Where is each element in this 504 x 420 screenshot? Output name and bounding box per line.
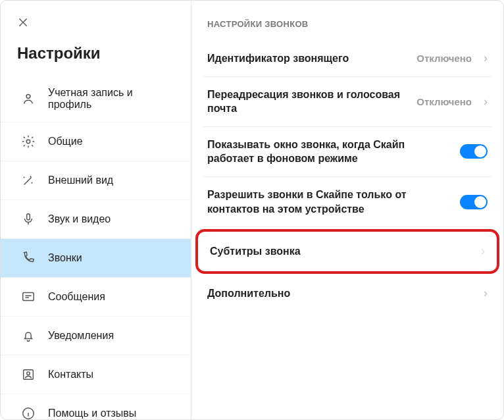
sidebar-item-label: Помощь и отзывы [48, 407, 178, 419]
row-caller-id[interactable]: Идентификатор звонящего Отключено › [203, 41, 491, 77]
sidebar-item-label: Звонки [48, 252, 178, 264]
row-label: Показывать окно звонка, когда Скайп рабо… [207, 138, 451, 166]
row-value: Отключено [416, 96, 472, 107]
sidebar-list: Учетная запись и профиль Общие Внешний в… [1, 76, 191, 420]
sidebar-item-help[interactable]: Помощь и отзывы [1, 394, 191, 420]
gear-icon [20, 134, 36, 149]
toggle-allow-calls-contacts[interactable] [460, 195, 488, 209]
sidebar-header: Настройки [1, 15, 191, 76]
sidebar-item-appearance[interactable]: Внешний вид [1, 161, 191, 200]
chevron-right-icon: › [481, 286, 488, 300]
info-icon [20, 406, 36, 420]
sidebar-item-label: Звук и видео [48, 213, 178, 225]
row-label: Переадресация звонков и голосовая почта [207, 88, 407, 116]
contacts-icon [20, 367, 36, 382]
sidebar-item-audio-video[interactable]: Звук и видео [1, 200, 191, 239]
svg-point-0 [26, 94, 30, 98]
sidebar-item-messages[interactable]: Сообщения [1, 278, 191, 317]
svg-point-5 [27, 372, 30, 375]
row-label: Дополнительно [207, 286, 472, 301]
sidebar-item-general[interactable]: Общие [1, 122, 191, 161]
close-button[interactable] [17, 15, 29, 32]
toggle-show-call-window[interactable] [460, 144, 488, 159]
sidebar-title: Настройки [17, 44, 174, 63]
row-label: Идентификатор звонящего [207, 51, 407, 66]
svg-point-1 [26, 140, 30, 144]
sidebar-item-account[interactable]: Учетная запись и профиль [1, 76, 191, 122]
sidebar-item-label: Внешний вид [48, 174, 178, 186]
chevron-right-icon: › [481, 95, 488, 109]
row-show-call-window: Показывать окно звонка, когда Скайп рабо… [203, 127, 491, 177]
chevron-right-icon: › [478, 244, 485, 258]
sidebar-item-label: Контакты [48, 369, 178, 381]
sidebar-item-contacts[interactable]: Контакты [1, 355, 191, 394]
svg-rect-3 [23, 293, 34, 301]
phone-icon [20, 250, 36, 266]
sidebar-item-label: Сообщения [48, 291, 178, 303]
section-heading: НАСТРОЙКИ ЗВОНКОВ [207, 19, 488, 29]
row-label: Разрешить звонки в Скайпе только от конт… [207, 188, 451, 216]
settings-window: Настройки Учетная запись и профиль Общие [0, 0, 504, 420]
sidebar-item-calls[interactable]: Звонки [1, 239, 191, 278]
sidebar-item-label: Учетная запись и профиль [48, 87, 178, 111]
mic-icon [20, 211, 36, 227]
row-value: Отключено [416, 53, 472, 64]
svg-rect-2 [27, 214, 30, 220]
sidebar-item-notifications[interactable]: Уведомления [1, 317, 191, 355]
highlighted-row: Субтитры звонка › [201, 231, 494, 272]
row-label: Субтитры звонка [210, 244, 469, 259]
main-panel: НАСТРОЙКИ ЗВОНКОВ Идентификатор звонящег… [191, 1, 503, 419]
bell-icon [20, 328, 36, 344]
row-advanced[interactable]: Дополнительно › [203, 276, 491, 311]
sidebar: Настройки Учетная запись и профиль Общие [1, 1, 191, 419]
wand-icon [20, 172, 36, 188]
row-call-forwarding[interactable]: Переадресация звонков и голосовая почта … [203, 77, 491, 127]
chevron-right-icon: › [481, 51, 488, 65]
user-icon [20, 91, 36, 107]
message-icon [20, 289, 36, 305]
sidebar-item-label: Уведомления [48, 330, 178, 342]
row-allow-calls-contacts: Разрешить звонки в Скайпе только от конт… [203, 177, 491, 227]
row-call-subtitles[interactable]: Субтитры звонка › [201, 231, 494, 272]
sidebar-item-label: Общие [48, 136, 178, 147]
